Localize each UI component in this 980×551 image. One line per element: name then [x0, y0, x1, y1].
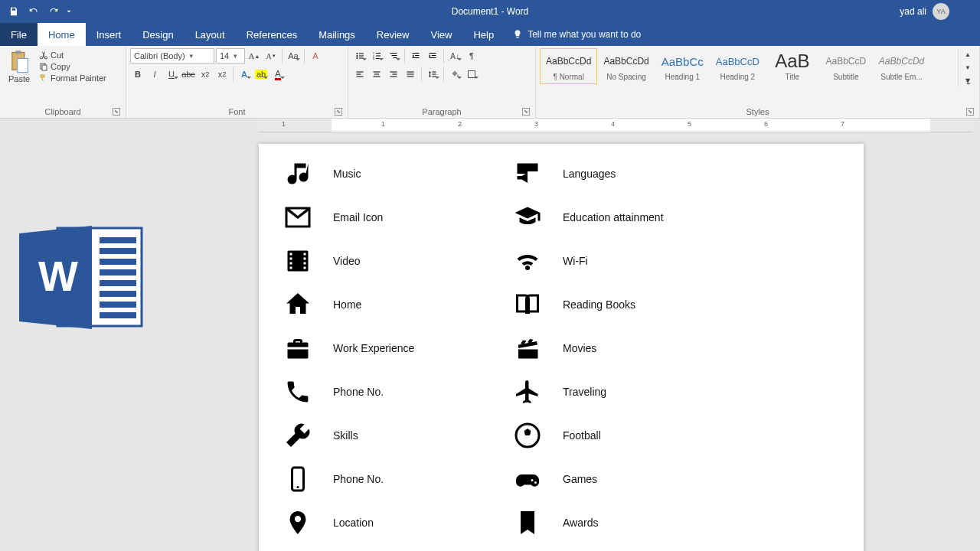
borders-button[interactable] [464, 67, 479, 82]
clear-formatting-button[interactable]: A [308, 48, 323, 64]
style-heading-2[interactable]: AaBbCcDHeading 2 [710, 48, 766, 84]
svg-rect-55 [100, 248, 136, 254]
tab-home[interactable]: Home [38, 23, 86, 46]
user-name[interactable]: yad ali [900, 6, 926, 17]
word-logo-icon: W [15, 222, 145, 333]
football-icon [511, 419, 544, 452]
doc-item-wifi[interactable]: Wi-Fi [511, 245, 664, 277]
doc-item-languages[interactable]: Languages [511, 158, 664, 190]
music-icon [282, 158, 314, 190]
bold-button[interactable]: B [130, 67, 145, 82]
tab-file[interactable]: File [0, 23, 38, 46]
doc-item-location[interactable]: Location [282, 507, 481, 539]
svg-rect-24 [359, 58, 364, 59]
paragraph-dialog-launcher[interactable]: ⬊ [522, 108, 530, 116]
decrease-indent-button[interactable] [408, 48, 423, 64]
tab-mailings[interactable]: Mailings [308, 23, 366, 46]
align-left-button[interactable] [352, 67, 368, 82]
tab-insert[interactable]: Insert [86, 23, 132, 46]
bullets-button[interactable] [352, 48, 368, 64]
doc-item-education[interactable]: Education attainment [511, 201, 664, 233]
style-title[interactable]: AaBTitle [766, 48, 819, 84]
shrink-font-button[interactable]: A▼ [263, 48, 279, 64]
font-name-combo[interactable]: Calibri (Body)▼ [130, 48, 214, 64]
doc-item-travel[interactable]: Traveling [511, 376, 664, 408]
doc-item-phone[interactable]: Phone No. [282, 376, 481, 408]
tell-me-search[interactable]: Tell me what you want to do [512, 23, 641, 46]
doc-item-football[interactable]: Football [511, 419, 664, 452]
style-no-spacing[interactable]: AaBbCcDdNo Spacing [597, 48, 655, 84]
align-right-button[interactable] [386, 67, 401, 82]
tab-review[interactable]: Review [366, 23, 420, 46]
change-case-button[interactable]: Aa [286, 48, 301, 64]
show-marks-button[interactable]: ¶ [464, 48, 479, 64]
svg-point-23 [357, 57, 358, 59]
awards-icon [511, 507, 544, 539]
shading-button[interactable] [447, 67, 462, 82]
grow-font-button[interactable]: A▲ [247, 48, 262, 64]
style-subtle-em-[interactable]: AaBbCcDdSubtle Em... [873, 48, 930, 84]
undo-button[interactable] [24, 2, 43, 21]
doc-item-music[interactable]: Music [282, 158, 481, 190]
text-effects-button[interactable]: A [237, 67, 252, 82]
underline-button[interactable]: U [164, 67, 179, 82]
styles-scroll-up[interactable]: ▲ [960, 48, 975, 60]
style--normal[interactable]: AaBbCcDd¶ Normal [540, 48, 597, 84]
cut-button[interactable]: Cut [38, 50, 108, 60]
horizontal-ruler[interactable]: 11234567 [259, 119, 972, 132]
increase-indent-button[interactable] [425, 48, 440, 64]
italic-button[interactable]: I [147, 67, 162, 82]
font-color-button[interactable]: A [270, 67, 286, 82]
doc-item-home[interactable]: Home [282, 289, 481, 321]
user-avatar[interactable]: YA [933, 3, 949, 20]
styles-dialog-launcher[interactable]: ⬊ [966, 108, 974, 116]
strikethrough-button[interactable]: abc [181, 67, 196, 82]
tab-design[interactable]: Design [132, 23, 184, 46]
subscript-button[interactable]: x2 [198, 67, 213, 82]
multilevel-list-button[interactable] [386, 48, 401, 64]
document-area: MusicEmail IconVideoHomeWork ExperienceP… [0, 132, 980, 551]
save-button[interactable] [5, 2, 23, 21]
line-spacing-button[interactable] [425, 67, 440, 82]
format-painter-button[interactable]: Format Painter [38, 73, 108, 83]
clipboard-dialog-launcher[interactable]: ⬊ [113, 108, 120, 116]
svg-rect-32 [392, 55, 397, 56]
qat-customize[interactable] [64, 2, 74, 21]
font-dialog-launcher[interactable]: ⬊ [335, 108, 342, 116]
svg-rect-35 [415, 55, 420, 56]
svg-rect-49 [407, 72, 414, 73]
redo-button[interactable] [44, 2, 63, 21]
styles-scroll-down[interactable]: ▼ [960, 61, 975, 73]
doc-item-awards[interactable]: Awards [511, 507, 664, 539]
style-heading-1[interactable]: AaBbCcHeading 1 [655, 48, 710, 84]
numbering-button[interactable]: 123 [369, 48, 384, 64]
page[interactable]: MusicEmail IconVideoHomeWork ExperienceP… [259, 144, 864, 551]
tab-layout[interactable]: Layout [185, 23, 236, 46]
doc-item-email[interactable]: Email Icon [282, 201, 481, 233]
paste-button[interactable]: Paste [4, 48, 34, 83]
doc-item-work[interactable]: Work Experience [282, 332, 481, 364]
copy-button[interactable]: Copy [38, 61, 108, 72]
styles-expand[interactable]: ▼̲ [960, 74, 975, 86]
tab-references[interactable]: References [236, 23, 308, 46]
superscript-button[interactable]: x2 [214, 67, 230, 82]
doc-item-skills[interactable]: Skills [282, 419, 481, 452]
style-subtitle[interactable]: AaBbCcDSubtitle [819, 48, 873, 84]
doc-item-video[interactable]: Video [282, 245, 481, 277]
group-clipboard: Paste Cut Copy Format Painter Clipboard⬊ [0, 46, 126, 118]
tab-help[interactable]: Help [462, 23, 505, 46]
highlight-button[interactable]: ab [253, 67, 269, 82]
justify-button[interactable] [403, 67, 418, 82]
align-center-button[interactable] [369, 67, 384, 82]
styles-gallery[interactable]: AaBbCcDd¶ NormalAaBbCcDdNo SpacingAaBbCc… [540, 48, 955, 84]
font-size-combo[interactable]: 14▼ [216, 48, 245, 64]
doc-item-label: Movies [563, 342, 596, 354]
tab-view[interactable]: View [420, 23, 462, 46]
doc-item-mobile[interactable]: Phone No. [282, 463, 481, 495]
sort-button[interactable]: A↓ [447, 48, 462, 64]
reading-icon [511, 289, 544, 321]
doc-item-reading[interactable]: Reading Books [511, 289, 664, 321]
doc-item-movies[interactable]: Movies [511, 332, 664, 364]
svg-rect-56 [100, 259, 136, 265]
doc-item-games[interactable]: Games [511, 463, 664, 495]
